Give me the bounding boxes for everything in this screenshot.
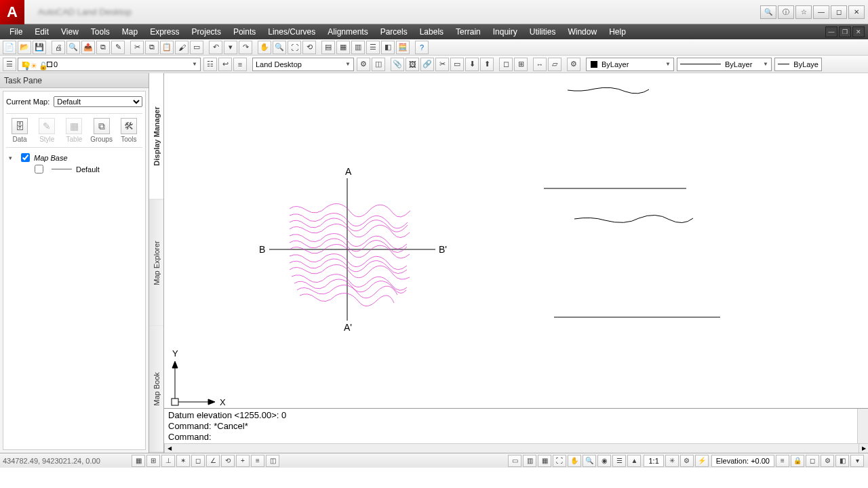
menu-window[interactable]: Window bbox=[561, 27, 603, 37]
close-icon[interactable]: ✕ bbox=[848, 5, 865, 19]
hardware-icon[interactable]: ⚙ bbox=[821, 455, 834, 467]
publish-icon[interactable]: 📤 bbox=[81, 41, 95, 54]
annotation-scale-icon[interactable]: ▲ bbox=[627, 455, 641, 467]
pan2-icon[interactable]: ✋ bbox=[568, 455, 581, 467]
performance-icon[interactable]: ⚡ bbox=[695, 455, 709, 467]
linetype-dropdown[interactable]: ByLayer ▼ bbox=[677, 58, 772, 71]
cut-icon[interactable]: ✂ bbox=[130, 41, 144, 54]
menu-view[interactable]: View bbox=[55, 27, 85, 37]
grid-icon[interactable]: ⊞ bbox=[146, 455, 160, 467]
scale-display[interactable]: 1:1 bbox=[644, 455, 663, 467]
ortho-icon[interactable]: ⊥ bbox=[161, 455, 175, 467]
lwt-icon[interactable]: ≡ bbox=[251, 455, 264, 467]
tab-display-manager[interactable]: Display Manager bbox=[149, 73, 163, 200]
clip-icon[interactable]: ✂ bbox=[435, 58, 449, 71]
viewport-icon[interactable]: ◻ bbox=[499, 58, 513, 71]
child-checkbox[interactable] bbox=[35, 165, 43, 174]
menu-parcels[interactable]: Parcels bbox=[374, 27, 414, 37]
menu-express[interactable]: Express bbox=[144, 27, 185, 37]
zoom-window-icon[interactable]: ⛶ bbox=[288, 41, 301, 54]
maximize-icon[interactable]: ◻ bbox=[831, 5, 847, 19]
area-icon[interactable]: ▱ bbox=[548, 58, 561, 71]
markup-icon[interactable]: ◧ bbox=[381, 41, 395, 54]
layer-states-icon[interactable]: ☷ bbox=[203, 58, 217, 71]
tool-palettes-icon[interactable]: ▥ bbox=[351, 41, 365, 54]
menu-tools[interactable]: Tools bbox=[85, 27, 116, 37]
menu-help[interactable]: Help bbox=[603, 27, 632, 37]
calc-icon[interactable]: 🧮 bbox=[396, 41, 410, 54]
doc-restore-icon[interactable]: ❐ bbox=[839, 26, 851, 37]
tp-groups-button[interactable]: ⧉Groups bbox=[90, 118, 114, 143]
zoom-previous-icon[interactable]: ⟲ bbox=[302, 41, 316, 54]
menu-inquiry[interactable]: Inquiry bbox=[487, 27, 524, 37]
block-icon[interactable]: ▭ bbox=[190, 41, 203, 54]
vport-named-icon[interactable]: ⊞ bbox=[514, 58, 528, 71]
lock-ui-icon[interactable]: 🔒 bbox=[791, 455, 804, 467]
menu-projects[interactable]: Projects bbox=[186, 27, 227, 37]
menu-alignments[interactable]: Alignments bbox=[321, 27, 374, 37]
workspace-save-icon[interactable]: ◫ bbox=[372, 58, 385, 71]
redo-icon[interactable]: ↷ bbox=[239, 41, 252, 54]
open-icon[interactable]: 📂 bbox=[18, 41, 31, 54]
ducs-icon[interactable]: ⟲ bbox=[221, 455, 235, 467]
layer-match-icon[interactable]: ≡ bbox=[233, 58, 247, 71]
block-edit-icon[interactable]: ▭ bbox=[450, 58, 464, 71]
menu-lines-curves[interactable]: Lines/Curves bbox=[262, 27, 321, 37]
export-icon[interactable]: ⬆ bbox=[480, 58, 494, 71]
viewport-max-icon[interactable]: ⛶ bbox=[553, 455, 566, 467]
sheetset-icon[interactable]: ⧉ bbox=[96, 41, 110, 54]
layer-manager-icon[interactable]: ☰ bbox=[3, 58, 16, 71]
snap-icon[interactable]: ▦ bbox=[132, 455, 145, 467]
tray-icon[interactable]: ▾ bbox=[850, 455, 864, 467]
doc-close-icon[interactable]: ✕ bbox=[852, 26, 865, 37]
menu-file[interactable]: File bbox=[3, 27, 28, 37]
elevation-display[interactable]: Elevation: +0.00 bbox=[711, 455, 774, 467]
tree-row-root[interactable]: ▾ Map Base bbox=[6, 152, 142, 163]
menu-terrain[interactable]: Terrain bbox=[450, 27, 487, 37]
tp-table-button[interactable]: ▦Table bbox=[62, 118, 86, 143]
osnap-icon[interactable]: ◻ bbox=[191, 455, 205, 467]
doc-minimize-icon[interactable]: — bbox=[825, 26, 837, 37]
insert-icon[interactable]: ⬇ bbox=[465, 58, 479, 71]
scroll-left-icon[interactable]: ◀ bbox=[164, 444, 174, 453]
annotation-vis-icon[interactable]: ✳ bbox=[665, 455, 679, 467]
settings-icon[interactable]: ⚙ bbox=[680, 455, 694, 467]
root-checkbox[interactable] bbox=[21, 153, 30, 162]
dist-icon[interactable]: ↔ bbox=[533, 58, 547, 71]
filter-icon[interactable]: ≡ bbox=[776, 455, 789, 467]
layer-previous-icon[interactable]: ↩ bbox=[218, 58, 232, 71]
model-paper-icon[interactable]: ▭ bbox=[508, 455, 521, 467]
command-window[interactable]: Datum elevation <1255.00>: 0 Command: *C… bbox=[164, 408, 868, 443]
tp-tools-button[interactable]: 🛠Tools bbox=[117, 118, 141, 143]
workspace-settings-icon[interactable]: ⚙ bbox=[357, 58, 370, 71]
undo-dd-icon[interactable]: ▾ bbox=[224, 41, 237, 54]
menu-labels[interactable]: Labels bbox=[414, 27, 450, 37]
menu-map[interactable]: Map bbox=[116, 27, 144, 37]
paste-icon[interactable]: 📋 bbox=[160, 41, 174, 54]
properties-icon[interactable]: ▤ bbox=[321, 41, 335, 54]
tp-data-button[interactable]: 🗄Data bbox=[7, 118, 32, 143]
pan-icon[interactable]: ✋ bbox=[258, 41, 271, 54]
cmd-scrollbar[interactable] bbox=[857, 409, 868, 443]
current-map-dropdown[interactable]: Default bbox=[54, 96, 142, 107]
workspace-dropdown[interactable]: Land Desktop ▼ bbox=[252, 58, 354, 71]
plot-icon[interactable]: ✎ bbox=[111, 41, 125, 54]
scroll-right-icon[interactable]: ▶ bbox=[859, 444, 868, 453]
layer-dropdown[interactable]: 💡 ☀ 🔓 0 ▼ bbox=[18, 58, 201, 71]
wheel-icon[interactable]: ◉ bbox=[597, 455, 611, 467]
dyn-icon[interactable]: + bbox=[236, 455, 250, 467]
tab-map-book[interactable]: Map Book bbox=[149, 326, 163, 453]
print-icon[interactable]: 🖨 bbox=[52, 41, 65, 54]
copy-icon[interactable]: ⧉ bbox=[145, 41, 159, 54]
new-icon[interactable]: 📄 bbox=[3, 41, 16, 54]
options-icon[interactable]: ⚙ bbox=[567, 58, 580, 71]
menu-points[interactable]: Points bbox=[227, 27, 262, 37]
model-icon[interactable]: ◫ bbox=[266, 455, 279, 467]
tp-style-button[interactable]: ✎Style bbox=[35, 118, 59, 143]
match-icon[interactable]: 🖌 bbox=[175, 41, 189, 54]
zoom2-icon[interactable]: 🔍 bbox=[583, 455, 596, 467]
drawing-canvas[interactable]: A A' B B' bbox=[164, 73, 868, 453]
ssm-icon[interactable]: ☰ bbox=[366, 41, 380, 54]
help-icon[interactable]: ? bbox=[415, 41, 429, 54]
minimize-icon[interactable]: — bbox=[813, 5, 829, 19]
